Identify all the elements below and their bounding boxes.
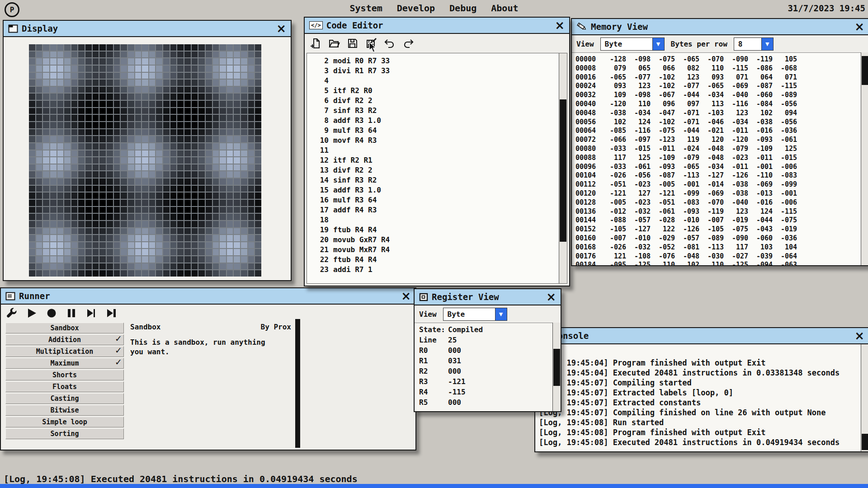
code-line[interactable]: 13divf R2 2 [319,165,567,175]
scrollbar-thumb[interactable] [862,56,868,85]
display-titlebar[interactable]: Display × [4,21,291,37]
code-line[interactable]: 7sinf R3 R2 [319,106,567,116]
close-icon[interactable]: × [546,291,556,303]
pause-icon[interactable] [64,306,79,320]
memory-cell: -083 [675,198,699,207]
memory-scrollbar[interactable] [861,52,868,265]
line-text: addi R7 1 [333,265,373,274]
runner-titlebar[interactable]: Runner × [1,288,415,305]
chevron-down-icon[interactable]: ▼ [495,308,507,320]
program-item[interactable]: Addition ✓ [5,334,124,345]
pixel-cell [206,87,212,93]
pixel-cell [241,150,247,157]
code-line[interactable]: 19ftub R4 R4 [319,225,567,235]
pixel-cell [184,58,191,65]
program-item[interactable]: Simple loop ✓ [5,417,124,427]
pixel-cell [227,164,233,171]
code-line[interactable]: 10movf R4 R3 [319,136,567,145]
view-type-dropdown[interactable]: Byte ▼ [600,38,665,51]
memory-cell: -043 [748,225,773,234]
menu-item[interactable]: Debug [449,3,476,14]
open-file-icon[interactable] [327,36,341,51]
register-scrollbar[interactable] [552,323,561,411]
view-type-dropdown[interactable]: Byte ▼ [443,308,507,321]
description-scrollbar[interactable] [295,319,300,448]
memory-view-titlebar[interactable]: Memory View × [572,19,868,35]
scrollbar-thumb[interactable] [553,349,560,386]
pixel-cell [128,270,134,277]
pixel-cell [93,143,99,150]
pixel-cell [114,52,120,58]
scrollbar-thumb[interactable] [560,99,566,242]
new-file-icon[interactable] [308,36,323,51]
step-forward-icon[interactable] [84,306,99,320]
pixel-cell [206,164,212,171]
pixel-cell [43,249,49,255]
redo-icon[interactable] [401,36,415,51]
scrollbar-thumb[interactable] [862,434,868,450]
close-icon[interactable]: × [854,330,864,342]
code-line[interactable]: 18 [319,215,567,225]
program-item[interactable]: Casting ✓ [5,393,124,404]
program-item[interactable]: Maximum ✓ [5,358,124,369]
memory-cell: -010 [675,216,699,225]
code-line[interactable]: 21movub MxR7 R4 [319,245,567,255]
pixel-cell [255,44,261,51]
console-titlebar[interactable]: Console × [535,328,868,344]
pixel-cell [234,115,240,121]
code-line[interactable]: 20movub GxR7 R4 [319,235,567,245]
code-line[interactable]: 12itf R2 R1 [319,155,567,165]
pixel-cell [163,52,170,58]
menu-item[interactable]: About [491,3,518,14]
console-scrollbar[interactable] [861,344,868,451]
code-line[interactable]: 11 [319,145,567,155]
code-line[interactable]: 15addf R3 1.0 [319,185,567,195]
code-scrollbar[interactable] [559,53,567,283]
chevron-down-icon[interactable]: ▼ [652,38,664,50]
pixel-cell [248,87,255,93]
code-line[interactable]: 4 [319,76,567,86]
program-item[interactable]: Bitwise ✓ [5,405,124,416]
pixel-cell [43,221,49,227]
program-item[interactable]: Sandbox ✓ [5,323,124,333]
code-area[interactable]: 2modi R0 R7 33 3divi R1 R7 33 4 5itf R2 … [307,53,567,284]
code-line[interactable]: 8addf R3 1.0 [319,116,567,126]
record-icon[interactable] [44,306,59,320]
chevron-down-icon[interactable]: ▼ [761,38,773,50]
save-file-icon[interactable] [345,36,360,51]
close-icon[interactable]: × [276,23,286,34]
undo-icon[interactable] [382,36,397,51]
skip-to-end-icon[interactable] [104,306,118,320]
register-view-titlebar[interactable]: Register View × [415,289,561,305]
close-icon[interactable]: × [555,19,565,31]
app-logo[interactable]: P [5,2,19,17]
code-line[interactable]: 6divf R2 2 [319,96,567,106]
menu-item[interactable]: Develop [397,3,435,14]
pixel-cell [184,101,191,107]
code-line[interactable]: 17addf R4 R3 [319,205,567,215]
program-item[interactable]: Sorting ✓ [5,428,124,439]
play-icon[interactable] [24,306,39,320]
close-icon[interactable]: × [854,21,864,33]
tools-icon[interactable] [5,306,19,320]
program-item[interactable]: Floats ✓ [5,381,124,392]
pixel-cell [29,270,35,277]
code-editor-titlebar[interactable]: </> Code Editor × [305,18,569,34]
pixel-cell [64,122,71,128]
code-line[interactable]: 3divi R1 R7 33 [319,66,567,76]
program-item[interactable]: Multiplication ✓ [5,346,124,357]
code-line[interactable]: 14sinf R3 R2 [319,175,567,185]
code-line[interactable]: 22ftub R4 R4 [319,255,567,265]
pixel-cell [156,122,162,128]
code-line[interactable]: 23addi R7 1 [319,265,567,275]
close-icon[interactable]: × [401,290,411,302]
code-line[interactable]: 16mulf R3 64 [319,195,567,205]
program-item[interactable]: Shorts ✓ [5,370,124,380]
menu-item[interactable]: System [350,3,382,14]
pixel-cell [29,178,35,185]
code-line[interactable]: 2modi R0 R7 33 [319,56,567,66]
code-line[interactable]: 5itf R2 R0 [319,86,567,96]
pixel-cell [93,256,99,263]
bytes-per-row-dropdown[interactable]: 8 ▼ [734,38,774,51]
code-line[interactable]: 9mulf R3 64 [319,126,567,136]
